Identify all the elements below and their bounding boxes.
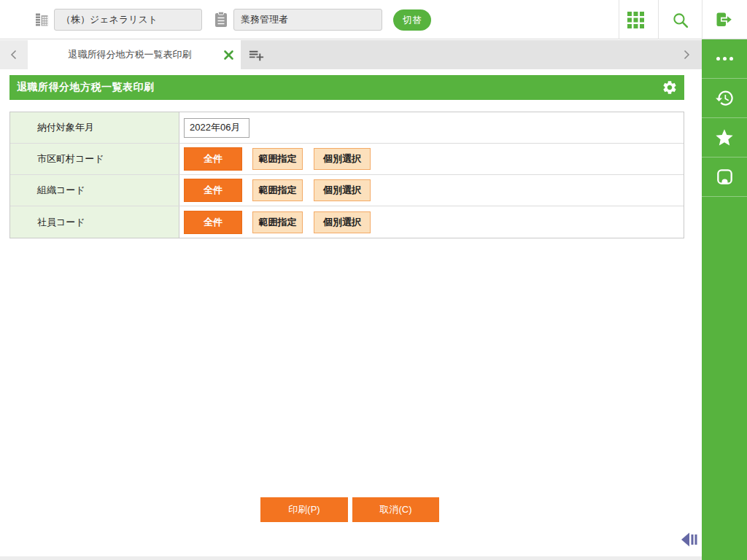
bottom-strip: [0, 556, 702, 560]
role-input[interactable]: [233, 9, 382, 31]
row-label: 市区町村コード: [10, 144, 179, 174]
tab-active[interactable]: 退職所得分地方税一覧表印刷: [28, 40, 241, 69]
print-settings-form: 納付対象年月 市区町村コード 全件 範囲指定 個別選択 組織コード 全件 範囲指…: [9, 112, 684, 238]
row-label: 組織コード: [10, 175, 179, 206]
page-header: 退職所得分地方税一覧表印刷: [9, 75, 684, 100]
company-building-icon: [34, 12, 50, 28]
tab-label: 退職所得分地方税一覧表印刷: [28, 48, 216, 61]
topbar-divider: [658, 0, 659, 39]
employee-all-button[interactable]: 全件: [184, 211, 242, 234]
payment-month-input[interactable]: [184, 118, 249, 138]
add-tab-icon[interactable]: [247, 47, 266, 63]
municipality-range-button[interactable]: 範囲指定: [252, 148, 303, 170]
collapse-left-icon[interactable]: [681, 532, 699, 548]
organization-range-button[interactable]: 範囲指定: [252, 179, 303, 201]
company-input[interactable]: [54, 9, 202, 31]
prev-tab-chevron-icon[interactable]: [0, 40, 28, 69]
row-label: 社員コード: [10, 206, 179, 238]
tab-bar: 退職所得分地方税一覧表印刷: [0, 40, 702, 69]
employee-individual-button[interactable]: 個別選択: [314, 211, 371, 233]
form-row-payment-month: 納付対象年月: [10, 112, 684, 144]
bookmark-icon[interactable]: [702, 158, 747, 197]
switch-button[interactable]: 切替: [393, 9, 431, 31]
row-label: 納付対象年月: [10, 112, 179, 143]
municipality-individual-button[interactable]: 個別選択: [314, 148, 371, 170]
organization-all-button[interactable]: 全件: [184, 179, 242, 202]
favorite-star-icon[interactable]: [702, 118, 747, 158]
cancel-button[interactable]: 取消(C): [352, 497, 439, 522]
page-title: 退職所得分地方税一覧表印刷: [9, 81, 155, 94]
apps-grid-icon[interactable]: [627, 12, 644, 28]
app-screen: 切替: [0, 0, 747, 560]
organization-individual-button[interactable]: 個別選択: [314, 179, 371, 201]
more-dots-icon[interactable]: [702, 39, 747, 79]
settings-gear-icon[interactable]: [662, 79, 678, 96]
close-tab-icon[interactable]: [216, 40, 241, 69]
form-row-employee-code: 社員コード 全件 範囲指定 個別選択: [10, 206, 684, 238]
employee-range-button[interactable]: 範囲指定: [252, 211, 303, 233]
print-button[interactable]: 印刷(P): [260, 497, 348, 522]
form-row-municipality-code: 市区町村コード 全件 範囲指定 個別選択: [10, 144, 684, 175]
form-row-organization-code: 組織コード 全件 範囲指定 個別選択: [10, 175, 684, 206]
search-icon[interactable]: [671, 11, 689, 29]
topbar-divider: [702, 0, 703, 39]
next-tab-chevron-icon[interactable]: [673, 40, 700, 69]
logout-icon[interactable]: [714, 11, 734, 28]
clipboard-role-icon: [214, 11, 228, 28]
top-bar: 切替: [0, 0, 747, 39]
municipality-all-button[interactable]: 全件: [184, 147, 242, 171]
topbar-divider: [619, 0, 619, 39]
right-sidebar: [702, 39, 747, 560]
history-icon[interactable]: [702, 79, 747, 118]
